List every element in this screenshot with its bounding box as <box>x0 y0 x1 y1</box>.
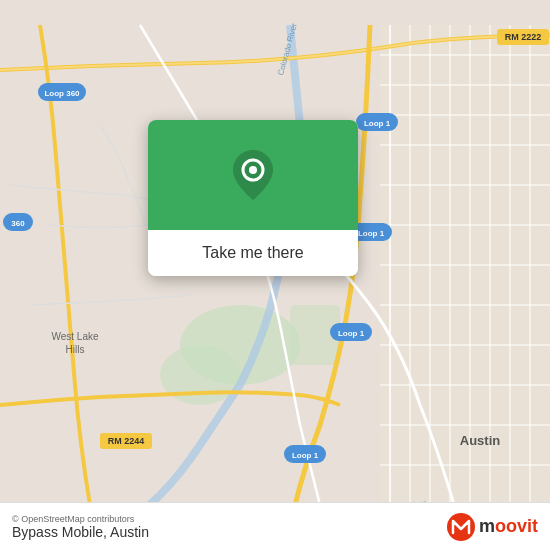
svg-text:Loop 360: Loop 360 <box>44 89 80 98</box>
svg-point-48 <box>249 166 257 174</box>
bottom-left: © OpenStreetMap contributors Bypass Mobi… <box>12 514 149 540</box>
svg-text:Hills: Hills <box>66 344 85 355</box>
moovit-m-svg <box>451 519 471 535</box>
moovit-text: moovit <box>479 516 538 537</box>
attribution-text: © OpenStreetMap contributors <box>12 514 149 524</box>
svg-text:Loop 1: Loop 1 <box>364 119 391 128</box>
svg-text:Loop 1: Loop 1 <box>338 329 365 338</box>
svg-text:360: 360 <box>11 219 25 228</box>
svg-text:West Lake: West Lake <box>51 331 98 342</box>
svg-text:Loop 1: Loop 1 <box>358 229 385 238</box>
bottom-bar: © OpenStreetMap contributors Bypass Mobi… <box>0 502 550 550</box>
app-name-text: Bypass Mobile, Austin <box>12 524 149 540</box>
pin-icon <box>233 150 273 200</box>
moovit-m-icon <box>447 513 475 541</box>
popup-header <box>148 120 358 230</box>
svg-text:Loop 1: Loop 1 <box>292 451 319 460</box>
svg-text:Austin: Austin <box>460 433 501 448</box>
moovit-logo: moovit <box>447 513 538 541</box>
take-me-there-button[interactable]: Take me there <box>148 230 358 276</box>
map-container: RM 2222 Loop 360 Loop 1 Loop 1 Loop 1 Lo… <box>0 0 550 550</box>
svg-rect-4 <box>380 25 550 525</box>
popup-card: Take me there <box>148 120 358 276</box>
svg-text:RM 2222: RM 2222 <box>505 32 542 42</box>
svg-text:RM 2244: RM 2244 <box>108 436 145 446</box>
